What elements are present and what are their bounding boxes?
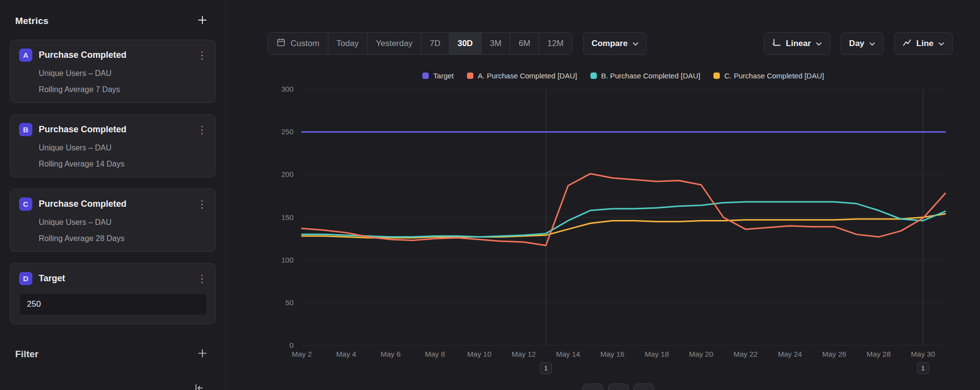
kebab-menu-icon[interactable]: ⋮ [197, 199, 207, 209]
metric-badge: B [19, 123, 32, 136]
svg-text:May 18: May 18 [645, 350, 669, 358]
svg-text:May 4: May 4 [336, 350, 356, 358]
svg-text:May 16: May 16 [600, 350, 624, 358]
svg-text:1: 1 [921, 365, 925, 372]
svg-text:May 6: May 6 [381, 350, 401, 358]
chevron-down-icon [869, 39, 875, 49]
chevron-down-icon [938, 39, 944, 49]
metric-rolling-average[interactable]: Rolling Average 7 Days [19, 85, 207, 94]
line-chart-icon [903, 38, 911, 49]
target-title: Target [39, 273, 65, 284]
metric-card-a[interactable]: A Purchase Completed ⋮ Unique Users – DA… [10, 40, 216, 103]
range-6m[interactable]: 6M [510, 33, 539, 54]
svg-text:May 20: May 20 [689, 350, 713, 358]
range-12m[interactable]: 12M [539, 33, 572, 54]
svg-text:150: 150 [281, 213, 294, 221]
chart-type-button[interactable]: Line [894, 32, 953, 55]
target-card[interactable]: D Target ⋮ [10, 263, 216, 324]
chevron-down-icon [633, 39, 638, 49]
chart-tool-button-1[interactable] [583, 384, 603, 390]
svg-text:200: 200 [281, 170, 294, 178]
metric-badge: A [19, 49, 32, 62]
svg-text:100: 100 [281, 256, 294, 264]
metric-card-b[interactable]: B Purchase Completed ⋮ Unique Users – DA… [10, 114, 216, 177]
kebab-menu-icon[interactable]: ⋮ [197, 125, 207, 135]
metric-title: Purchase Completed [39, 50, 126, 60]
plus-icon [197, 348, 208, 360]
date-range-control: Custom Today Yesterday 7D 30D 3M 6M 12M [268, 32, 572, 55]
range-yesterday[interactable]: Yesterday [367, 33, 421, 54]
axis-icon [772, 38, 781, 49]
target-value-input[interactable] [19, 293, 207, 316]
collapse-sidebar-button[interactable] [191, 380, 207, 390]
chart-type-label: Line [916, 39, 933, 49]
add-filter-button[interactable] [195, 346, 210, 362]
chart-plot[interactable]: 05010015020025030011May 2May 4May 6May 8… [226, 73, 980, 390]
metric-measure[interactable]: Unique Users – DAU [19, 144, 207, 152]
metrics-title: Metrics [15, 16, 49, 26]
svg-text:May 26: May 26 [822, 350, 846, 358]
svg-text:300: 300 [281, 85, 294, 93]
kebab-menu-icon[interactable]: ⋮ [197, 274, 207, 284]
chart-tool-button-3[interactable] [634, 384, 654, 390]
range-label: Custom [291, 39, 319, 49]
svg-text:0: 0 [290, 341, 294, 349]
svg-text:May 30: May 30 [911, 350, 935, 358]
chart-toolbar: Custom Today Yesterday 7D 30D 3M 6M 12M … [268, 32, 953, 55]
plus-icon [197, 15, 208, 27]
metric-title: Purchase Completed [39, 199, 126, 209]
range-custom[interactable]: Custom [268, 33, 328, 54]
svg-text:May 14: May 14 [556, 350, 580, 358]
compare-button[interactable]: Compare [583, 32, 647, 55]
scale-button[interactable]: Linear [764, 32, 830, 55]
svg-text:50: 50 [285, 298, 294, 307]
calendar-icon [276, 38, 286, 49]
chart-bottom-toolbar [583, 384, 654, 390]
filter-title: Filter [15, 349, 39, 360]
metric-measure[interactable]: Unique Users – DAU [19, 69, 207, 78]
chevron-down-icon [816, 39, 822, 49]
chart-panel: Custom Today Yesterday 7D 30D 3M 6M 12M … [226, 0, 980, 390]
range-today[interactable]: Today [328, 33, 367, 54]
svg-text:250: 250 [281, 127, 294, 136]
range-7d[interactable]: 7D [421, 33, 449, 54]
svg-text:May 28: May 28 [867, 350, 891, 358]
svg-text:1: 1 [544, 365, 547, 372]
svg-text:May 2: May 2 [292, 350, 312, 358]
insights-app: Metrics A Purchase Completed ⋮ Unique Us… [0, 0, 980, 390]
svg-text:May 10: May 10 [467, 350, 491, 358]
chart-tool-button-2[interactable] [608, 384, 629, 390]
metric-card-c[interactable]: C Purchase Completed ⋮ Unique Users – DA… [10, 189, 216, 252]
metric-measure[interactable]: Unique Users – DAU [19, 218, 207, 227]
metric-rolling-average[interactable]: Rolling Average 14 Days [19, 160, 207, 169]
metric-badge: C [19, 197, 32, 211]
metrics-sidebar: Metrics A Purchase Completed ⋮ Unique Us… [0, 0, 226, 390]
scale-label: Linear [786, 39, 811, 49]
svg-text:May 12: May 12 [512, 350, 536, 358]
granularity-label: Day [849, 39, 864, 49]
collapse-left-icon [193, 382, 205, 390]
metric-title: Purchase Completed [39, 124, 126, 135]
add-metric-button[interactable] [195, 13, 210, 29]
svg-text:May 24: May 24 [778, 350, 802, 358]
range-3m[interactable]: 3M [481, 33, 510, 54]
compare-label: Compare [591, 39, 628, 49]
kebab-menu-icon[interactable]: ⋮ [197, 50, 207, 60]
granularity-button[interactable]: Day [841, 32, 883, 55]
svg-text:May 22: May 22 [734, 350, 758, 358]
svg-text:May 8: May 8 [425, 350, 445, 358]
metric-badge: D [19, 272, 32, 285]
range-30d[interactable]: 30D [449, 33, 481, 54]
metric-rolling-average[interactable]: Rolling Average 28 Days [19, 234, 207, 243]
